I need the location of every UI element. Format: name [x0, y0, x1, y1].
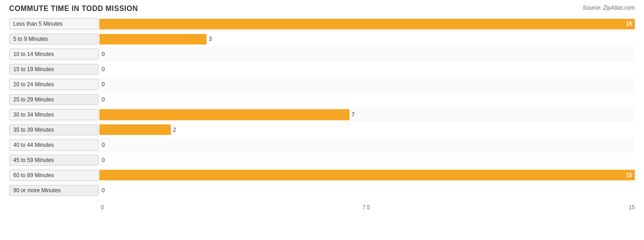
bar-label: 15 to 19 Minutes: [9, 64, 98, 75]
chart-source: Source: ZipAtlas.com: [583, 5, 635, 11]
chart-header: COMMUTE TIME IN TODD MISSION Source: Zip…: [9, 5, 635, 13]
bar-row: 5 to 9 Minutes3: [9, 32, 635, 47]
bar-row: 25 to 29 Minutes0: [9, 92, 635, 107]
bar-value-inside: 15: [626, 21, 632, 27]
x-axis-label: 7.5: [362, 204, 370, 211]
bar-label: 25 to 29 Minutes: [9, 94, 98, 105]
x-axis-label: 0: [101, 204, 104, 211]
bars-area: Less than 5 Minutes155 to 9 Minutes310 t…: [9, 17, 635, 198]
bar-track: 0: [99, 63, 635, 76]
bar-fill: 15: [99, 19, 635, 29]
bar-row: 90 or more Minutes0: [9, 183, 635, 198]
x-axis: 07.515: [101, 204, 635, 211]
bar-label: 45 to 59 Minutes: [9, 155, 98, 166]
bar-track: 15: [99, 168, 635, 182]
bar-label: 5 to 9 Minutes: [9, 33, 98, 45]
bar-value: 0: [102, 51, 105, 57]
bar-value: 3: [209, 36, 212, 42]
chart-title: COMMUTE TIME IN TODD MISSION: [9, 5, 138, 13]
bar-track: 0: [99, 138, 635, 151]
bar-row: 35 to 39 Minutes2: [9, 122, 635, 137]
bar-value-inside: 15: [626, 172, 632, 179]
bar-row: 30 to 34 Minutes7: [9, 107, 635, 123]
bar-row: 20 to 24 Minutes0: [9, 77, 635, 92]
bar-label: 10 to 14 Minutes: [9, 49, 98, 60]
bar-value: 2: [173, 127, 176, 133]
x-axis-label: 15: [629, 204, 635, 211]
bar-row: 40 to 44 Minutes0: [9, 137, 635, 152]
bar-row: 15 to 19 Minutes0: [9, 62, 635, 77]
bar-track: 7: [99, 108, 635, 122]
bar-fill: 15: [99, 170, 635, 180]
bar-row: Less than 5 Minutes15: [9, 17, 635, 32]
bar-track: 15: [99, 17, 635, 31]
bar-label: 20 to 24 Minutes: [9, 79, 98, 90]
bar-row: 10 to 14 Minutes0: [9, 47, 635, 62]
bar-value: 0: [102, 157, 105, 163]
bar-value: 7: [352, 112, 355, 118]
bar-track: 0: [99, 93, 635, 106]
bar-row: 45 to 59 Minutes0: [9, 152, 635, 167]
bar-fill: [99, 109, 349, 120]
bar-track: 0: [99, 48, 635, 61]
bar-value: 0: [102, 142, 105, 148]
bar-label: Less than 5 Minutes: [9, 18, 98, 29]
bar-value: 0: [102, 96, 105, 103]
bar-track: 2: [99, 123, 635, 136]
bar-track: 0: [99, 78, 635, 91]
bar-row: 60 to 89 Minutes15: [9, 167, 635, 183]
bar-label: 40 to 44 Minutes: [9, 140, 98, 151]
bar-value: 0: [102, 81, 105, 88]
bar-track: 3: [99, 33, 635, 46]
chart-container: COMMUTE TIME IN TODD MISSION Source: Zip…: [0, 0, 644, 240]
bar-track: 0: [99, 153, 635, 167]
bar-label: 35 to 39 Minutes: [9, 124, 98, 135]
bar-label: 90 or more Minutes: [9, 185, 98, 196]
bar-label: 30 to 34 Minutes: [9, 109, 98, 120]
bar-value: 0: [102, 187, 105, 194]
bar-fill: [99, 124, 171, 135]
chart-body: Less than 5 Minutes155 to 9 Minutes310 t…: [9, 17, 635, 211]
bar-label: 60 to 89 Minutes: [9, 170, 98, 181]
bar-fill: [99, 34, 207, 45]
bar-track: 0: [99, 184, 635, 197]
bar-value: 0: [102, 66, 105, 73]
